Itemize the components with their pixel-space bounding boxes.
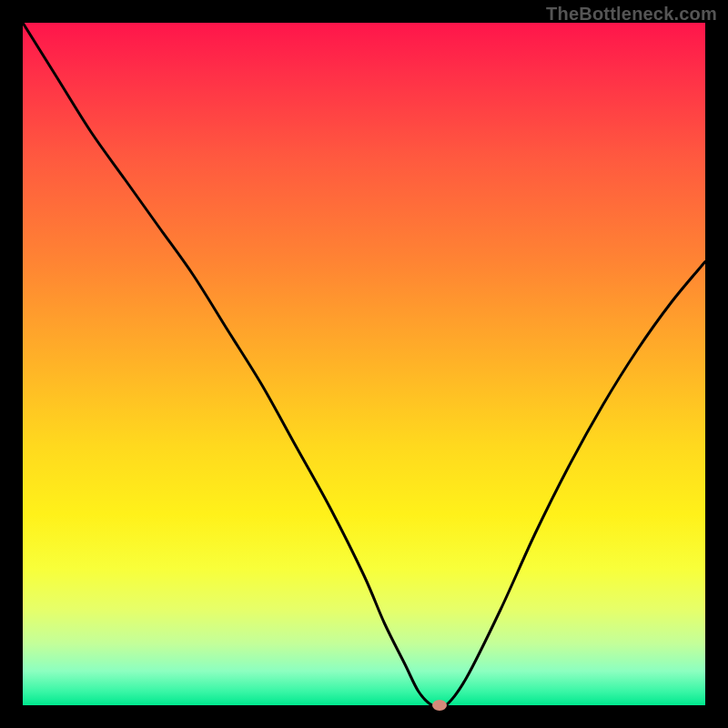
watermark-text: TheBottleneck.com [546,4,717,25]
chart-frame: TheBottleneck.com [0,0,728,728]
bottleneck-curve-path [23,23,705,705]
optimum-marker [432,700,447,711]
plot-area [23,23,705,705]
bottleneck-curve [23,23,705,705]
